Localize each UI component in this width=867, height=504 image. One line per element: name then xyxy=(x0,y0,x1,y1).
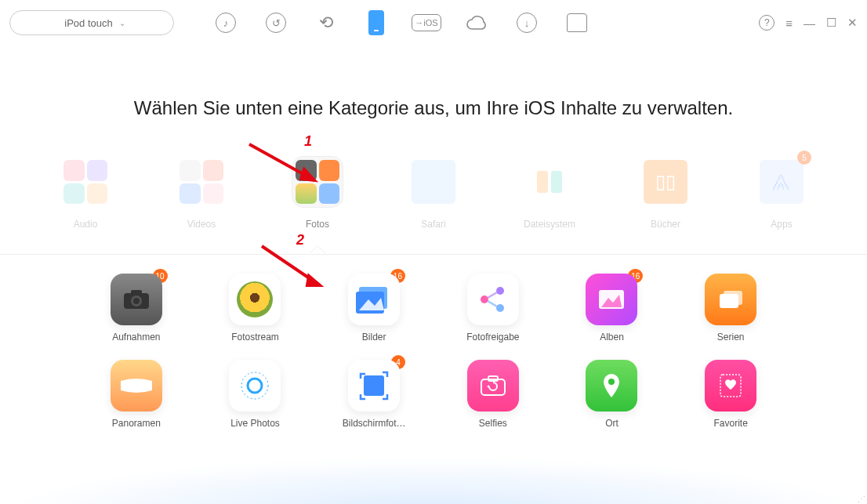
music-icon[interactable]: ♪ xyxy=(212,9,240,37)
category-apps[interactable]: 5 ⩓ Apps xyxy=(750,157,813,230)
svg-point-17 xyxy=(241,372,268,399)
svg-line-11 xyxy=(488,301,497,306)
svg-point-22 xyxy=(608,379,615,385)
decorative-glow xyxy=(0,457,867,504)
sub-bildschirmfoto[interactable]: 4 Bildschirmfot… xyxy=(332,360,416,429)
svg-marker-21 xyxy=(487,385,489,388)
page-title: Wählen Sie unten eine Kategorie aus, um … xyxy=(0,97,867,119)
chevron-down-icon: ⌄ xyxy=(119,19,125,27)
svg-line-10 xyxy=(488,292,497,298)
toolbar-icons: ♪ ↺ ⟲ →iOS ↓ xyxy=(212,9,591,37)
sub-serien[interactable]: Serien xyxy=(688,274,773,343)
sub-live-photos[interactable]: Live Photos xyxy=(213,360,298,429)
svg-rect-18 xyxy=(364,375,384,396)
svg-rect-15 xyxy=(724,291,742,305)
device-tab-icon[interactable] xyxy=(362,9,390,37)
sub-ort[interactable]: Ort xyxy=(570,360,655,429)
history-icon[interactable]: ↺ xyxy=(262,9,290,37)
svg-rect-1 xyxy=(131,290,142,295)
subcategory-area: 10 Aufnahmen Fotostream 16 Bilder Fotofr… xyxy=(0,255,867,429)
svg-point-8 xyxy=(496,287,504,295)
help-icon[interactable]: ? xyxy=(759,15,774,31)
window-controls: ? ≡ — ☐ ✕ xyxy=(759,15,858,31)
sub-selfies[interactable]: Selfies xyxy=(451,360,535,429)
category-safari[interactable]: Safari xyxy=(402,157,465,230)
sub-favorite[interactable]: Favorite xyxy=(688,360,773,429)
sub-fotostream[interactable]: Fotostream xyxy=(213,274,298,343)
svg-point-3 xyxy=(133,298,140,304)
toolbar: iPod touch ⌄ ♪ ↺ ⟲ →iOS ↓ ? ≡ — ☐ ✕ xyxy=(0,0,867,45)
cloud-icon[interactable] xyxy=(463,9,491,37)
sub-panoramen[interactable]: Panoramen xyxy=(94,360,179,429)
category-buecher[interactable]: ▯▯ Bücher xyxy=(634,157,697,230)
wifi-icon[interactable]: ⟲ xyxy=(312,9,340,37)
resize-grip[interactable]: ⋰ xyxy=(858,495,865,502)
maximize-button[interactable]: ☐ xyxy=(826,16,836,30)
sub-bilder[interactable]: 16 Bilder xyxy=(332,274,416,343)
sub-alben[interactable]: 16 Alben xyxy=(570,274,655,343)
category-fotos[interactable]: Fotos xyxy=(286,157,349,230)
to-ios-icon[interactable]: →iOS xyxy=(412,9,441,37)
svg-point-7 xyxy=(481,296,488,303)
download-icon[interactable]: ↓ xyxy=(513,9,541,37)
sub-fotofreigabe[interactable]: Fotofreigabe xyxy=(451,274,535,343)
svg-point-9 xyxy=(496,304,504,312)
svg-point-16 xyxy=(248,379,262,393)
category-row: Audio Videos Fotos Safari Dateisystem ▯▯… xyxy=(0,157,867,255)
device-name: iPod touch xyxy=(64,17,112,29)
category-videos[interactable]: Videos xyxy=(170,157,233,230)
device-selector[interactable]: iPod touch ⌄ xyxy=(9,10,174,35)
close-button[interactable]: ✕ xyxy=(847,16,858,30)
category-audio[interactable]: Audio xyxy=(54,157,117,230)
annotation-label-1: 1 xyxy=(304,133,312,150)
skin-icon[interactable] xyxy=(563,9,591,37)
category-dateisystem[interactable]: Dateisystem xyxy=(518,157,581,230)
minimize-button[interactable]: — xyxy=(804,16,815,30)
menu-icon[interactable]: ≡ xyxy=(785,16,793,30)
sub-aufnahmen[interactable]: 10 Aufnahmen xyxy=(94,274,179,343)
